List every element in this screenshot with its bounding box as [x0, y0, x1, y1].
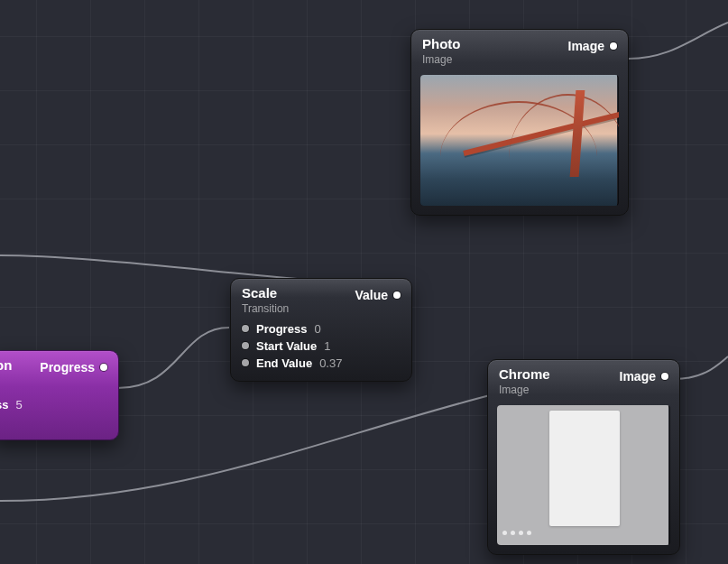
param-value[interactable]: 1	[324, 339, 330, 353]
param-start-value[interactable]: Start Value 1	[242, 337, 401, 355]
output-label: Image	[620, 369, 656, 384]
param-label: Start Value	[256, 339, 317, 353]
param-label: Progress	[256, 322, 307, 336]
port-icon[interactable]	[661, 373, 668, 380]
node-transition[interactable]: on Progress ss 5	[0, 350, 119, 440]
image-preview	[497, 405, 670, 545]
output-label: Image	[568, 39, 604, 53]
node-title: Photo	[422, 37, 461, 52]
node-params: Progress 0 Start Value 1 End Value 0.37	[231, 317, 411, 381]
output-port-image[interactable]: Image	[620, 367, 668, 384]
port-icon[interactable]	[242, 342, 249, 349]
node-chrome[interactable]: Chrome Image Image	[487, 359, 680, 555]
port-icon[interactable]	[242, 325, 249, 332]
node-subtitle: Image	[499, 384, 550, 396]
port-icon[interactable]	[393, 291, 401, 299]
param-row[interactable]	[0, 413, 107, 430]
node-title: Chrome	[499, 367, 550, 383]
param-label: End Value	[256, 356, 312, 370]
output-port-value[interactable]: Value	[355, 286, 401, 302]
port-icon[interactable]	[610, 42, 617, 50]
node-subtitle: Transition	[242, 302, 289, 315]
node-subtitle	[0, 374, 12, 387]
output-label: Value	[355, 288, 388, 302]
output-label: Progress	[40, 360, 95, 374]
node-header[interactable]: Photo Image Image	[411, 30, 628, 71]
param-value[interactable]: 5	[15, 398, 22, 411]
port-icon[interactable]	[100, 364, 107, 371]
param-label: ss	[0, 398, 8, 411]
node-scale[interactable]: Scale Transition Value Progress 0 Start …	[230, 278, 412, 382]
node-title: on	[0, 358, 12, 374]
node-title: Scale	[242, 286, 289, 301]
port-icon[interactable]	[242, 359, 249, 366]
node-photo[interactable]: Photo Image Image	[410, 29, 629, 216]
output-port-image[interactable]: Image	[568, 37, 617, 53]
node-params: ss 5	[0, 393, 118, 439]
node-header[interactable]: on Progress	[0, 351, 118, 393]
param-progress[interactable]: Progress 0	[242, 320, 401, 337]
param-row[interactable]: ss 5	[0, 396, 107, 413]
param-value[interactable]: 0.37	[319, 356, 342, 370]
image-preview	[420, 75, 619, 206]
node-header[interactable]: Chrome Image Image	[488, 360, 679, 402]
node-subtitle: Image	[422, 53, 461, 66]
param-value[interactable]: 0	[314, 322, 320, 336]
param-end-value[interactable]: End Value 0.37	[242, 355, 401, 372]
output-port-progress[interactable]: Progress	[40, 358, 107, 374]
node-header[interactable]: Scale Transition Value	[231, 279, 411, 317]
node-graph-canvas[interactable]: Photo Image Image Scale Transition Value	[0, 0, 728, 564]
